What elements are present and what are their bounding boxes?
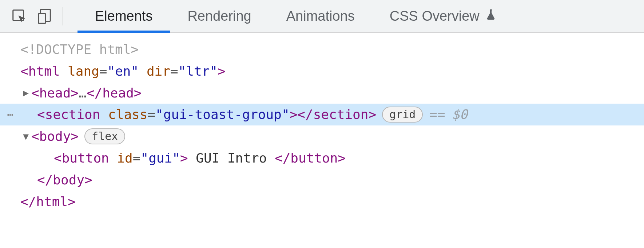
devtools-toolbar: Elements Rendering Animations CSS Overvi…: [0, 0, 644, 33]
tab-label: CSS Overview: [390, 8, 480, 24]
dom-doctype[interactable]: <!DOCTYPE html>: [0, 39, 644, 60]
toolbar-divider: [63, 7, 63, 25]
dom-tree: <!DOCTYPE html> <html lang="en" dir="ltr…: [0, 33, 644, 212]
selected-ref: $0: [452, 104, 468, 125]
dom-html-open[interactable]: <html lang="en" dir="ltr">: [0, 60, 644, 82]
tab-css-overview[interactable]: CSS Overview: [372, 0, 514, 32]
tabs: Elements Rendering Animations CSS Overvi…: [77, 0, 514, 32]
layout-badge-flex[interactable]: flex: [84, 128, 125, 144]
selected-eq: ==: [429, 104, 445, 125]
more-actions-icon[interactable]: ⋯: [0, 107, 20, 123]
tab-elements[interactable]: Elements: [77, 0, 170, 32]
dom-html-close[interactable]: </html>: [0, 191, 644, 213]
device-toolbar-icon[interactable]: [36, 8, 53, 25]
svg-rect-2: [39, 13, 45, 23]
tab-label: Rendering: [187, 8, 251, 24]
tab-animations[interactable]: Animations: [269, 0, 372, 32]
tab-label: Elements: [95, 8, 152, 24]
dom-button[interactable]: <button id="gui"> GUI Intro </button>: [0, 147, 644, 169]
dom-section-selected[interactable]: ⋯ <section class="gui-toast-group"></sec…: [0, 104, 644, 125]
inspect-element-icon[interactable]: [11, 8, 28, 25]
expand-arrow-collapsed-icon[interactable]: ▶: [20, 85, 31, 100]
expand-arrow-expanded-icon[interactable]: ▼: [20, 129, 31, 144]
dom-body-open[interactable]: ▼ <body> flex: [0, 125, 644, 147]
dom-head[interactable]: ▶ <head>…</head>: [0, 82, 644, 104]
doctype-text: <!DOCTYPE html>: [20, 39, 139, 60]
flask-icon: [485, 8, 497, 24]
tab-rendering[interactable]: Rendering: [170, 0, 269, 32]
dom-body-close[interactable]: </body>: [0, 169, 644, 191]
layout-badge-grid[interactable]: grid: [382, 107, 423, 123]
toolbar-icons: [11, 8, 63, 25]
tab-label: Animations: [286, 8, 355, 24]
